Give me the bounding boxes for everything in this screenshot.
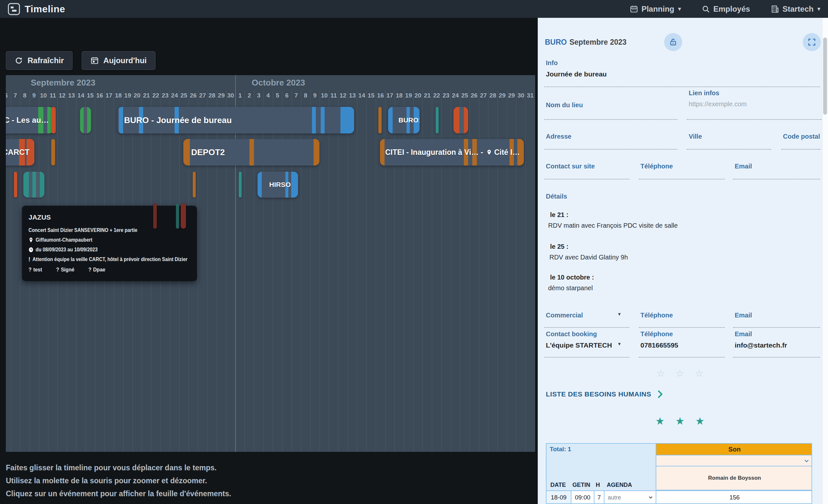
chevron-down-icon[interactable]: ▾ bbox=[618, 311, 621, 317]
day-label: 21 bbox=[142, 91, 151, 100]
day-label: 15 bbox=[85, 91, 95, 100]
cell-h: 7 bbox=[594, 491, 605, 504]
warning-icon: ! bbox=[29, 256, 30, 263]
detail-entry: RDV matin avec François PDC visite de sa… bbox=[548, 222, 678, 229]
day-label: 18 bbox=[395, 91, 404, 100]
timeline-grid[interactable]: JAZUS Concert Saint Dizier SANSEVERINO +… bbox=[6, 75, 535, 452]
day-label: 14 bbox=[357, 91, 366, 100]
event-month: Septembre 2023 bbox=[570, 38, 626, 46]
timeline-event[interactable]: DEPOT2 bbox=[183, 139, 320, 166]
day-label: 7 bbox=[292, 91, 301, 100]
day-label: 17 bbox=[385, 91, 395, 100]
event-detail-panel: BUROSeptembre 2023 InfoJournée de bureau… bbox=[538, 18, 828, 504]
top-bar: Timeline Planning ▾ Employés Startech ▾ bbox=[0, 0, 828, 18]
nav-startech[interactable]: Startech ▾ bbox=[771, 4, 820, 13]
detail-entry: le 21 : bbox=[550, 211, 569, 219]
detail-entry: RDV avec David Glatiny 9h bbox=[549, 254, 628, 261]
col-header-getin: GETIN bbox=[572, 481, 590, 489]
rating-stars-filled[interactable]: ★ ★ ★ bbox=[650, 415, 714, 427]
timeline-event-bar[interactable] bbox=[23, 172, 44, 198]
expand-button[interactable] bbox=[803, 33, 821, 51]
chevron-down-icon[interactable]: ▾ bbox=[618, 341, 621, 347]
day-label: 19 bbox=[123, 91, 132, 100]
chevron-down-icon bbox=[648, 495, 653, 500]
timeline-event[interactable]: CITEI - Inauguration à Vi… -Cité I… bbox=[380, 139, 524, 166]
field-input-lien-infos[interactable]: https://exemple.com bbox=[689, 100, 747, 108]
field-label-contact-booking: Contact booking bbox=[546, 330, 597, 338]
detail-entry: le 10 octobre : bbox=[550, 274, 594, 281]
timeline-event[interactable]: HIRSO bbox=[257, 172, 298, 198]
col-header-agenda: AGENDA bbox=[607, 481, 632, 489]
staffing-role-select[interactable] bbox=[656, 455, 812, 466]
timeline-event[interactable]: CARCT bbox=[6, 139, 34, 166]
timeline-event-bar[interactable] bbox=[176, 203, 179, 229]
day-label: 14 bbox=[76, 91, 85, 100]
field-underline bbox=[781, 149, 820, 150]
day-label: 20 bbox=[413, 91, 423, 100]
event-label: BURO - Journée de bureau bbox=[124, 107, 232, 133]
staffing-role-header: Son bbox=[656, 444, 812, 455]
day-label: 30 bbox=[226, 91, 236, 100]
timeline-event-bar[interactable] bbox=[436, 107, 439, 133]
field-underline bbox=[544, 179, 629, 179]
question-icon: ? bbox=[88, 266, 91, 273]
liste-besoins-humains[interactable]: LISTE DES BESOINS HUMAINS bbox=[546, 390, 663, 398]
refresh-button[interactable]: Rafraîchir bbox=[6, 51, 73, 70]
agenda-select[interactable]: autre bbox=[605, 491, 656, 504]
field-value-telephone-booking[interactable]: 0781665595 bbox=[640, 341, 678, 349]
timeline-event[interactable]: BURO1 bbox=[388, 107, 419, 133]
day-label: 17 bbox=[104, 91, 114, 100]
event-stripe bbox=[36, 172, 40, 198]
nav-employes[interactable]: Employés bbox=[702, 4, 750, 13]
rating-stars-empty[interactable]: ☆ ☆ ☆ bbox=[650, 368, 714, 379]
tooltip-location: Giffaumont-Champaubert bbox=[29, 236, 172, 244]
event-stripe bbox=[459, 107, 464, 133]
tooltip-dates: du 08/09/2023 au 10/09/2023 bbox=[29, 246, 172, 254]
field-label-email-booking: Email bbox=[735, 330, 752, 338]
timeline-event-bar[interactable] bbox=[378, 107, 382, 133]
field-value-contact-booking[interactable]: L'équipe STARTECH bbox=[546, 341, 612, 349]
field-value-email-booking[interactable]: info@startech.fr bbox=[735, 341, 787, 349]
lock-button[interactable] bbox=[664, 33, 682, 51]
nav-planning[interactable]: Planning ▾ bbox=[630, 4, 681, 13]
timeline-event-bar[interactable] bbox=[239, 172, 242, 198]
field-underline bbox=[544, 86, 820, 87]
day-label: 27 bbox=[479, 91, 488, 100]
panel-scrollbar-thumb[interactable] bbox=[823, 38, 827, 115]
staffing-person[interactable]: Romain de Boysson bbox=[656, 466, 812, 491]
day-label: 16 bbox=[95, 91, 104, 100]
timeline-event-bar[interactable] bbox=[193, 172, 196, 198]
event-stripe bbox=[314, 139, 320, 166]
field-label-commercial: Commercial bbox=[546, 311, 583, 319]
day-label: 29 bbox=[498, 91, 507, 100]
timeline-event-bar[interactable] bbox=[51, 107, 56, 133]
timeline-logo-icon bbox=[8, 3, 20, 15]
field-underline bbox=[544, 149, 677, 150]
staffing-table-info-cell: Total: 1 DATEGETINHAGENDA bbox=[546, 444, 656, 491]
timeline-event-bar[interactable] bbox=[14, 172, 17, 198]
calendar-icon bbox=[630, 5, 638, 13]
chevron-down-icon: ▾ bbox=[678, 5, 681, 12]
question-icon: ? bbox=[56, 266, 59, 273]
timeline-help-text: Faites glisser la timeline pour vous dép… bbox=[6, 461, 231, 500]
map-pin-icon bbox=[486, 149, 492, 155]
field-label-info: Info bbox=[546, 59, 558, 67]
timeline-event[interactable]: C - Les au… bbox=[6, 107, 53, 133]
timeline-event-bar[interactable] bbox=[153, 203, 157, 229]
event-label: CARCT bbox=[6, 139, 30, 166]
event-label: CITEI - Inauguration à Vi… -Cité I… bbox=[385, 139, 520, 166]
field-underline bbox=[639, 357, 724, 358]
timeline-event-bar[interactable] bbox=[181, 203, 186, 229]
search-icon bbox=[702, 5, 710, 13]
field-value-info[interactable]: Journée de bureau bbox=[546, 70, 607, 78]
today-button[interactable]: Aujourd'hui bbox=[82, 51, 156, 70]
day-label: 7 bbox=[11, 91, 20, 100]
field-label-ville: Ville bbox=[689, 133, 702, 140]
timeline-event[interactable]: BURO - Journée de bureau bbox=[118, 107, 354, 133]
day-label: 12 bbox=[57, 91, 67, 100]
timeline-event-bar[interactable] bbox=[454, 107, 468, 133]
timeline-event-bar[interactable] bbox=[51, 139, 55, 166]
day-label: 19 bbox=[404, 91, 413, 100]
timeline-event-bar[interactable] bbox=[80, 107, 91, 133]
calendar-day-icon bbox=[90, 56, 99, 65]
